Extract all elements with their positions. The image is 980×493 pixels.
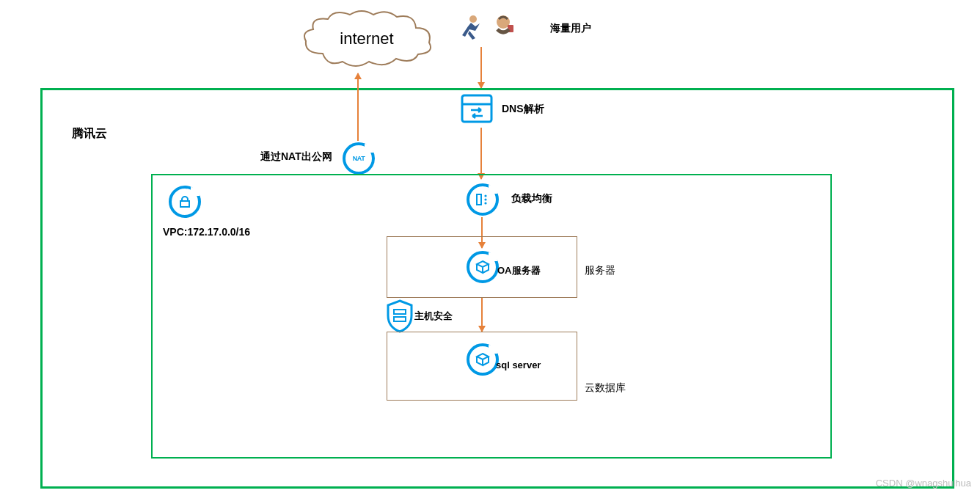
svg-point-7	[484, 198, 486, 200]
vpc-box	[151, 174, 832, 459]
arrow-users-to-dns	[480, 47, 482, 88]
db-box-label: 云数据库	[585, 381, 626, 395]
host-security-label: 主机安全	[414, 310, 453, 323]
nat-label: 通过NAT出公网	[260, 150, 332, 164]
cube-icon	[467, 343, 499, 376]
arrow-dns-to-lb	[480, 128, 482, 179]
arrow-oa-to-db	[481, 298, 483, 332]
db-icon-wrap	[467, 343, 499, 376]
nat-icon-wrap: NAT	[343, 142, 375, 175]
load-balancer-icon	[467, 183, 499, 216]
person-with-cup-icon	[489, 13, 518, 43]
vpc-label: VPC:172.17.0.0/16	[163, 226, 250, 238]
lb-icon-wrap	[467, 183, 499, 216]
oa-server-label: OA服务器	[497, 264, 541, 277]
arrow-nat-to-internet	[357, 73, 359, 141]
tencent-cloud-label: 腾讯云	[72, 126, 107, 142]
svg-rect-5	[477, 194, 481, 205]
watermark: CSDN @wnagshuihua	[876, 478, 971, 489]
users-icons	[455, 12, 535, 44]
host-security-icon	[385, 299, 414, 335]
vpc-lock-icon-wrap	[169, 186, 201, 218]
internet-label: internet	[297, 6, 436, 72]
sql-server-label: sql server	[496, 359, 541, 370]
nat-icon-text: NAT	[353, 155, 365, 162]
nat-icon: NAT	[343, 142, 375, 175]
running-person-icon	[455, 13, 484, 43]
server-box-label: 服务器	[585, 264, 615, 277]
svg-point-8	[484, 202, 486, 204]
lb-label: 负载均衡	[511, 192, 552, 205]
svg-point-0	[469, 15, 477, 23]
lock-icon	[169, 186, 201, 218]
dns-icon	[461, 94, 493, 125]
cube-icon	[467, 251, 499, 283]
svg-point-6	[484, 194, 486, 197]
svg-rect-3	[462, 95, 491, 122]
users-label: 海量用户	[550, 22, 591, 35]
dns-label: DNS解析	[502, 103, 544, 116]
oa-icon-wrap	[467, 251, 499, 283]
internet-cloud: internet	[297, 6, 436, 72]
